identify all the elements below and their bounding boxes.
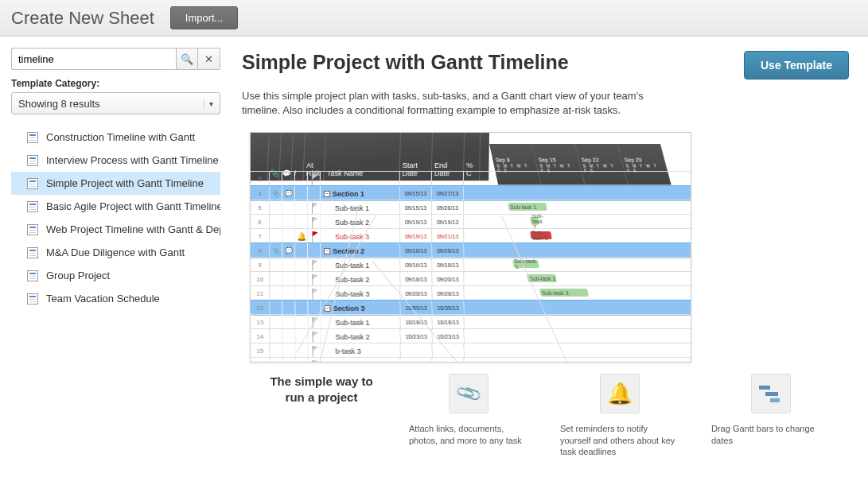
sheet-icon [27,247,38,258]
feature-drag-bars: Drag Gantt bars to change dates [711,374,831,446]
template-item-1[interactable]: Interview Process with Gantt Timeline [11,149,220,172]
template-item-label: M&A Due Diligence with Gantt [46,246,185,258]
search-input[interactable] [11,48,176,70]
template-list: Construction Timeline with GanttIntervie… [11,126,220,310]
flag-icon [310,332,319,343]
category-label: Template Category: [11,78,220,89]
template-description: Use this simple project plan with tasks,… [242,89,656,118]
flag-icon [310,289,318,300]
sheet-icon [27,178,38,189]
template-item-5[interactable]: M&A Due Diligence with Gantt [11,241,220,264]
close-icon: ✕ [204,53,213,65]
comment-icon: 💬 [285,247,293,254]
use-template-button[interactable]: Use Template [744,51,849,80]
table-row: 1610/24/13 [251,357,691,362]
sheet-icon [27,270,38,281]
template-item-3[interactable]: Basic Agile Project with Gantt Timeline [11,195,220,218]
bell-icon: 🔔 [297,232,306,241]
template-item-label: Basic Agile Project with Gantt Timeline [46,200,220,212]
attachment-icon: 📎 [271,190,279,197]
template-preview: 📎 💬 i At Risk Task Name Start Date End D… [250,132,691,363]
page-title: Create New Sheet [11,8,154,29]
flag-icon [310,217,318,228]
template-item-label: Team Vacation Schedule [46,293,160,305]
feature-reminders: 🔔 Set reminders to notify yourself and o… [560,374,679,457]
flag-icon [310,360,319,363]
app-header: Create New Sheet Import... [0,0,868,37]
flag-icon [310,260,318,271]
template-item-6[interactable]: Group Project [11,264,220,287]
bell-icon: 🔔 [607,382,633,406]
flag-icon [310,317,319,328]
category-select[interactable]: Showing 8 results [11,92,220,114]
sheet-icon [27,155,38,166]
template-item-label: Interview Process with Gantt Timeline [46,154,219,166]
template-item-label: Simple Project with Gantt Timeline [46,177,204,189]
clear-search-button[interactable]: ✕ [198,48,220,70]
search-button[interactable]: 🔍 [176,48,198,70]
sheet-icon [27,224,38,235]
feature-attach: 📎 Attach links, documents, photos, and m… [409,374,528,446]
template-item-label: Group Project [46,270,110,281]
main-panel: Simple Project with Gantt Timeline Use T… [228,37,868,481]
template-item-2[interactable]: Simple Project with Gantt Timeline [11,172,220,195]
flag-icon [310,231,318,242]
features-title: The simple way to run a project [266,374,377,405]
sheet-icon [27,201,38,212]
template-item-label: Construction Timeline with Gantt [46,131,195,143]
flag-icon [309,203,317,214]
comment-icon: 💬 [284,190,292,197]
import-button[interactable]: Import... [170,6,239,29]
attachment-icon: 📎 [272,247,280,254]
flag-icon [310,346,319,357]
template-item-7[interactable]: Team Vacation Schedule [11,287,220,310]
template-item-4[interactable]: Web Project Timeline with Gantt & Depend… [11,218,220,241]
search-icon: 🔍 [181,53,193,65]
flag-icon [309,174,317,185]
template-item-label: Web Project Timeline with Gantt & Depend… [46,223,220,235]
paperclip-icon: 📎 [454,379,483,408]
gantt-bars-icon [759,384,783,403]
sheet-icon [27,132,38,143]
sidebar: 🔍 ✕ Template Category: Showing 8 results… [0,37,228,481]
template-title: Simple Project with Gantt Timeline [242,51,569,74]
category-selected-value: Showing 8 results [18,98,100,110]
flag-icon [310,274,318,285]
sheet-icon [27,293,38,305]
template-item-0[interactable]: Construction Timeline with Gantt [11,126,220,149]
